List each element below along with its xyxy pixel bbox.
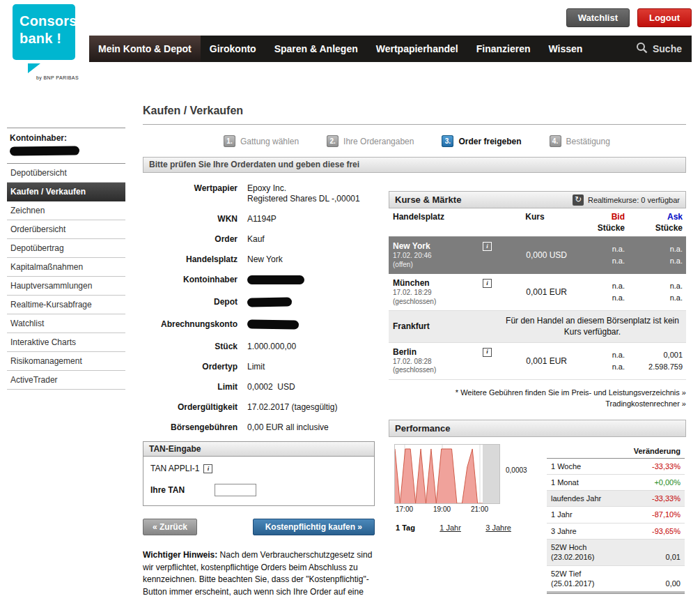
fees-link[interactable]: * Weitere Gebühren finden Sie im Preis- … [389, 387, 686, 399]
sidebar-item-activetrader[interactable]: ActiveTrader [7, 371, 125, 390]
search-icon [636, 42, 648, 56]
info-icon[interactable]: i [483, 348, 492, 357]
markets-panel: Kurse & Märkte ↻ Realtimekurse: 0 verfüg… [389, 191, 686, 594]
refresh-icon[interactable]: ↻ [573, 194, 584, 206]
x-tick-17: 17:00 [396, 505, 413, 513]
realtime-label: Realtimekurse: 0 verfügbar [588, 196, 680, 204]
nav-sparen-anlegen[interactable]: Sparen & Anlegen [265, 36, 367, 62]
order-label: Abrechnungskonto [143, 319, 247, 332]
order-label: WKN [143, 214, 247, 224]
market-status: (geschlossen) [393, 366, 499, 375]
market-row-frankfurt[interactable]: Frankfurt Für den Handel an diesem Börse… [389, 311, 686, 342]
info-icon[interactable]: i [483, 242, 492, 251]
order-value: New York [247, 254, 283, 265]
x-tick-21: 21:00 [471, 505, 488, 513]
period-1-tag[interactable]: 1 Tag [396, 524, 415, 532]
market-row-new-york[interactable]: New York 17.02. 20:46 (offen) i 0,000 US… [389, 237, 686, 274]
order-value: A1194P [247, 214, 277, 224]
step-3-number: 3. [442, 135, 453, 147]
order-row-order: Order Kauf [143, 229, 376, 250]
market-ask: n.a.n.a. [628, 280, 686, 304]
tan-input-label: Ihre TAN [150, 485, 215, 495]
market-time: 17.02. 18:29 [393, 289, 499, 298]
step-4-number: 4. [550, 135, 561, 147]
sidebar-item-kaufen-verkaufen[interactable]: Kaufen / Verkaufen [7, 183, 125, 201]
markets-table-header: Handelsplatz Kurs Bid Stücke Ask Stücke [389, 208, 686, 237]
search-label: Suche [653, 43, 682, 54]
page-title: Kaufen / Verkaufen [143, 105, 686, 125]
watchlist-button[interactable]: Watchlist [566, 8, 630, 27]
sidebar-item-kapitalmassnahmen[interactable]: Kapitalmaßnahmen [7, 258, 125, 277]
order-value: 0,0002 USD [247, 382, 295, 392]
tan-box-title: TAN-Eingabe [143, 442, 374, 457]
sidebar-item-depotuebersicht[interactable]: Depotübersicht [7, 164, 125, 183]
sidebar-item-risikomanagement[interactable]: Risikomanagement [7, 352, 125, 371]
step-3-label: Order freigeben [458, 137, 521, 146]
page-root: Consors bank ! by BNP PARIBAS Watchlist … [0, 0, 700, 596]
chart-period-selector: 1 Tag 1 Jahr 3 Jahre [394, 524, 511, 532]
perf-row-1-woche: 1 Woche -33,33% [547, 459, 685, 475]
nav-wissen[interactable]: Wissen [540, 36, 592, 62]
nav-mein-konto-depot[interactable]: Mein Konto & Depot [89, 36, 201, 62]
markets-title: Kurse & Märkte [395, 194, 461, 205]
markets-footnotes: * Weitere Gebühren finden Sie im Preis- … [389, 387, 686, 410]
sidebar-item-zeichnen[interactable]: Zeichnen [7, 201, 125, 220]
step-3-order-freigeben: 3. Order freigeben [442, 135, 521, 147]
order-row-ordertyp: Ordertyp Limit [143, 357, 376, 377]
nav-search[interactable]: Suche [626, 36, 692, 62]
buy-confirm-button[interactable]: Kostenpflichtig kaufen » [253, 519, 375, 535]
period-1-jahr[interactable]: 1 Jahr [440, 524, 461, 532]
trading-cost-calculator-link[interactable]: Tradingkostenrechner » [389, 398, 686, 410]
action-buttons: « Zurück Kostenpflichtig kaufen » [143, 519, 375, 535]
redacted-kontoinhaber [247, 275, 304, 284]
sidebar-item-hauptversammlungen[interactable]: Hauptversammlungen [7, 277, 125, 296]
perf-row-52w-tief: 52W Tief(25.01.2017) 0,00 [547, 566, 685, 593]
sidebar-item-orderuebersicht[interactable]: Orderübersicht [7, 220, 125, 239]
tan-info-icon[interactable]: i [203, 464, 212, 473]
order-value: Kauf [247, 234, 265, 245]
redacted-abrechnungskonto [247, 319, 299, 329]
nav-wertpapierhandel[interactable]: Wertpapierhandel [367, 36, 467, 62]
order-row-handelsplatz: Handelsplatz New York [143, 250, 376, 270]
tan-method-label: TAN APPLI-1 [150, 464, 199, 473]
tan-method-row: TAN APPLI-1 i [150, 464, 367, 473]
perf-row-3-jahre: 3 Jahre -93,65% [547, 524, 685, 540]
market-status: (geschlossen) [393, 298, 499, 307]
step-2-number: 2. [327, 135, 339, 147]
order-value: 1.000.000,00 [247, 342, 296, 352]
logo-bubble: Consors bank ! [13, 4, 75, 60]
sidebar-item-watchlist[interactable]: Watchlist [7, 314, 125, 333]
market-row-berlin[interactable]: Berlin 17.02. 08:28 (geschlossen) i 0,00… [389, 343, 686, 380]
info-icon[interactable]: i [483, 279, 492, 288]
market-ask: n.a.n.a. [628, 243, 686, 267]
order-value: 0,00 EUR all inclusive [247, 422, 329, 433]
sidebar-item-realtime-kursabfrage[interactable]: Realtime-Kursabfrage [7, 296, 125, 314]
performance-header: Performance [389, 420, 686, 437]
sidebar-item-interaktive-charts[interactable]: Interaktive Charts [7, 333, 125, 352]
sidebar-item-depotuebertrag[interactable]: Depotübertrag [7, 239, 125, 258]
order-row-wertpapier: Wertpapier Epoxy Inc. Registered Shares … [143, 178, 376, 209]
chart-x-ticks: 17:00 19:00 21:00 [394, 504, 500, 514]
consorsbank-logo[interactable]: Consors bank ! by BNP PARIBAS [13, 4, 75, 60]
nav-girokonto[interactable]: Girokonto [201, 36, 265, 62]
period-3-jahre[interactable]: 3 Jahre [485, 524, 511, 532]
tan-box-body: TAN APPLI-1 i Ihre TAN [143, 457, 374, 505]
step-1-gattung-waehlen: 1. Gattung wählen [224, 135, 299, 147]
perf-row-52w-hoch: 52W Hoch(23.02.2016) 0,01 [547, 540, 685, 566]
logout-button[interactable]: Logout [637, 8, 692, 27]
market-row-muenchen[interactable]: München 17.02. 18:29 (geschlossen) i 0,0… [389, 274, 686, 311]
col-bid: Bid Stücke [571, 212, 628, 234]
order-row-limit: Limit 0,0002 USD [143, 377, 376, 397]
performance-chart: 0,0003 17:00 19:00 21:00 1 Tag 1 Jahr 3 … [394, 444, 542, 595]
order-label: Ordertyp [143, 362, 247, 372]
nav-finanzieren[interactable]: Finanzieren [467, 36, 540, 62]
important-notice: Wichtiger Hinweis: Nach dem Verbrauchers… [143, 549, 376, 596]
perf-row-1-jahr: 1 Jahr -87,10% [547, 507, 685, 523]
order-label: Börsengebühren [143, 422, 247, 433]
tan-input[interactable] [215, 484, 256, 496]
order-label: Handelsplatz [143, 254, 247, 265]
order-label: Limit [143, 382, 247, 392]
chart-frame [394, 444, 500, 504]
back-button[interactable]: « Zurück [143, 519, 197, 535]
order-row-boersengebuehren: Börsengebühren 0,00 EUR all inclusive [143, 418, 376, 438]
